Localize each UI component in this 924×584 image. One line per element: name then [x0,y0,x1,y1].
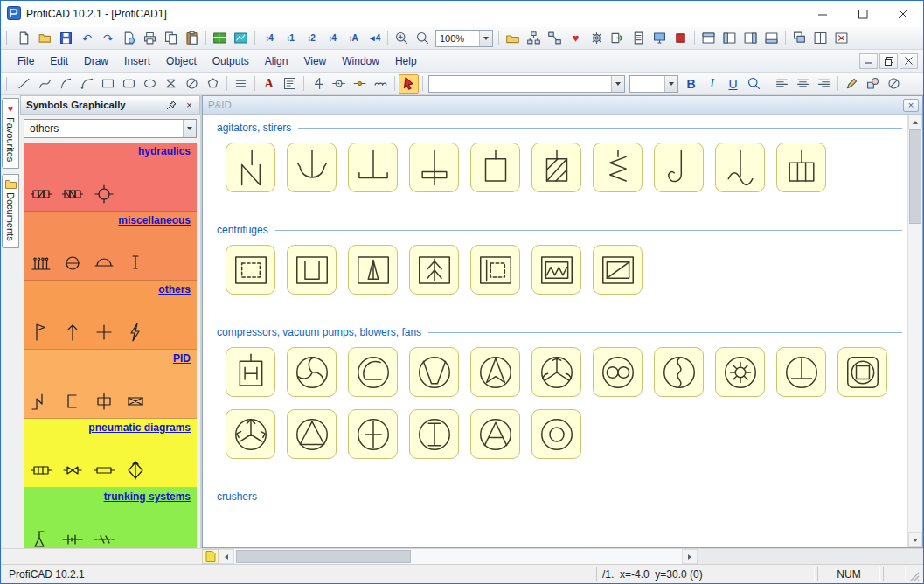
mini-plus-icon[interactable] [94,322,115,343]
compressor-plus-symbol[interactable] [348,409,398,459]
mini-pump2-icon[interactable] [62,184,83,205]
redo-button[interactable]: ↷ [98,29,118,48]
scroll-left-icon[interactable] [219,549,234,564]
horizontal-scroll-track[interactable] [234,549,682,564]
page-list-button[interactable] [202,549,219,564]
centrifuge-cone-symbol[interactable] [348,245,398,295]
menu-item-outputs[interactable]: Outputs [205,52,257,71]
compressor-box-symbol[interactable] [837,347,887,397]
centrifuge-zigzag-symbol[interactable] [531,245,581,295]
net-preview-button[interactable] [231,29,251,48]
centrifuge-tree-symbol[interactable] [409,245,459,295]
export-button[interactable] [608,29,628,48]
toolbar-drag-handle[interactable] [6,77,10,91]
mini-lightning-icon[interactable] [125,322,146,343]
child-restore-button[interactable] [879,53,898,69]
mini-pump1-icon[interactable] [31,184,52,205]
menu-item-window[interactable]: Window [334,52,387,71]
no-shape-button[interactable] [884,74,904,94]
centrifuge-diagonal-symbol[interactable] [593,245,643,295]
agitator-propeller-symbol[interactable] [715,143,765,192]
favourites-button[interactable]: ♥ [566,29,586,48]
scroll-down-icon[interactable] [908,532,922,547]
bezier-tool[interactable] [77,74,97,94]
compressor-star-symbol[interactable] [715,347,765,397]
compressor-funnel-symbol[interactable] [409,347,459,397]
insert-node-button[interactable] [350,74,370,94]
vertical-scroll-thumb[interactable] [909,129,921,224]
vertical-scroll-track[interactable] [908,224,922,532]
panel-close-icon[interactable]: × [182,98,197,112]
new-document-button[interactable] [14,29,34,48]
mini-bowtie-icon[interactable] [62,460,83,481]
mini-rect-plain-icon[interactable] [94,460,115,481]
chevron-down-icon[interactable] [479,31,492,46]
text-block-button[interactable] [280,74,300,94]
line-style-button[interactable] [231,74,251,94]
bold-button[interactable]: B [681,74,701,94]
text-button[interactable]: A [259,74,279,94]
paste-button[interactable] [182,29,202,48]
mini-bracket-icon[interactable] [62,391,83,412]
no-fill-tool[interactable] [182,74,202,94]
mini-flag-icon[interactable] [31,322,52,343]
compressor-piston-symbol[interactable] [226,347,275,397]
document-close-button[interactable]: × [903,99,919,112]
toolbar-drag-handle[interactable] [6,31,10,45]
resize-grip[interactable] [908,567,921,581]
menu-item-edit[interactable]: Edit [42,52,76,71]
panel-left-toggle[interactable] [719,29,740,48]
open-button[interactable] [35,29,55,48]
mini-comb-icon[interactable] [31,253,52,274]
copy-button[interactable] [161,29,181,48]
zoom-text-button[interactable] [744,74,764,94]
underline-button[interactable]: U [723,74,743,94]
agitator-frame-hatched-symbol[interactable] [531,143,581,192]
compressor-tee-symbol[interactable] [776,347,826,397]
zoom-level-combo[interactable]: 100% [435,30,493,47]
vertical-scrollbar[interactable] [907,115,922,547]
menu-item-object[interactable]: Object [158,52,205,71]
child-minimize-button[interactable] [859,53,878,69]
compressor-wavy-symbol[interactable] [654,347,704,397]
compressor-ring-symbol[interactable] [531,409,581,459]
agitator-zigzag-symbol[interactable] [593,143,643,192]
compressor-tri-symbol[interactable] [287,409,337,459]
panel-bottom-toggle[interactable] [761,29,782,48]
chevron-down-icon[interactable] [183,120,196,137]
menu-item-view[interactable]: View [295,52,334,71]
mini-cross-ticks-icon[interactable] [62,529,83,548]
centrifuge-dashed-line-symbol[interactable] [470,245,520,295]
mini-flask-icon[interactable] [31,529,52,548]
mini-step-icon[interactable] [31,391,52,412]
grid-step-1-button[interactable]: ↕1 [280,29,300,48]
mini-diamond-arrow-icon[interactable] [125,460,146,481]
zoom-window-button[interactable] [413,29,433,48]
window-close-button[interactable] [831,29,851,48]
mini-boxx-icon[interactable] [125,391,146,412]
centrifuge-dashed-symbol[interactable] [226,245,275,295]
stop-button[interactable] [670,29,691,48]
agitator-frame-symbol[interactable] [470,143,520,192]
close-button[interactable] [883,1,923,27]
select-tool[interactable] [399,74,419,94]
compressor-kite-symbol[interactable] [470,347,520,397]
mini-dashed-icon[interactable] [94,529,115,548]
monitor-button[interactable] [650,29,670,48]
agitator-turbine-symbol[interactable] [776,143,826,192]
zoom-in-button[interactable] [392,29,412,48]
arc-tool[interactable] [56,74,76,94]
scroll-right-icon[interactable] [682,549,698,564]
shapes-button[interactable] [863,74,883,94]
sidebar-tab-documents[interactable]: Documents [2,174,19,248]
compressor-lambda-symbol[interactable] [470,409,520,459]
netlist-button[interactable] [545,29,565,48]
insert-symbol-button[interactable] [308,74,328,94]
agitator-flat-symbol[interactable] [348,143,398,192]
align-left-button[interactable] [772,74,792,94]
curve-tool[interactable] [35,74,55,94]
mini-arrow-up-icon[interactable] [62,322,83,343]
mini-dome-icon[interactable] [94,253,115,274]
minimize-button[interactable] [802,1,843,27]
grid-step-a-button[interactable]: ↕A [343,29,363,48]
